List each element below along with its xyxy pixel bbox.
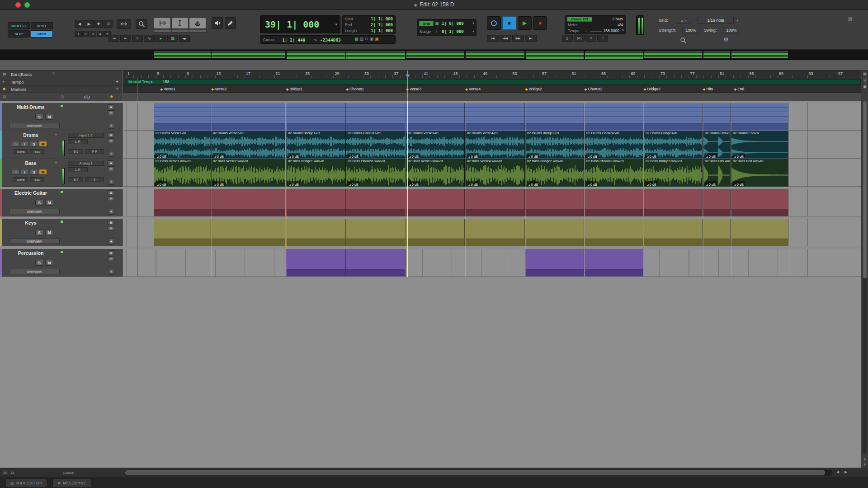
clip-gain-badge[interactable]: ◢0 dB xyxy=(586,153,599,158)
ruler-options-icon[interactable]: ▣ xyxy=(862,84,868,89)
audio-clip-02-bass-chorus2-wav-01[interactable]: 02 Bass Chorus2.wav-01◢0 dB xyxy=(585,159,643,187)
grid-lines-icon[interactable]: ▦ xyxy=(435,21,439,25)
insertion-follows-playback-button[interactable]: ⇤ xyxy=(120,35,131,42)
track-header-electric-guitar[interactable]: Electric GuitarSMoverview▣▤+ xyxy=(0,189,123,216)
nudge-label[interactable]: Nudge xyxy=(420,29,431,34)
headphone-button[interactable]: ∩ xyxy=(597,35,608,42)
output-meter-button[interactable]: // xyxy=(585,35,596,42)
insertion-marker-button[interactable]: ▸ xyxy=(156,35,166,42)
track-name-caret-icon[interactable]: ▾ xyxy=(55,133,57,136)
clip-gain-badge[interactable]: ◢0 dB xyxy=(527,153,539,158)
talkback-button[interactable]: (A) xyxy=(574,35,585,42)
input-monitor-button[interactable]: I xyxy=(21,169,29,175)
track-freeze-button[interactable]: ▣ xyxy=(108,104,114,109)
track-name[interactable]: Bass xyxy=(4,160,58,166)
volume-readout[interactable]: -9.0 xyxy=(68,149,83,154)
markers-ruler-header[interactable]: ◆ Markers + xyxy=(0,85,122,93)
zoom-preset-3[interactable]: 3 xyxy=(90,31,96,37)
tab-to-transient-button[interactable]: ⇥ xyxy=(108,35,119,42)
track-options-button[interactable]: ▤ xyxy=(108,166,114,171)
region-clip[interactable] xyxy=(346,219,406,246)
region-clip[interactable] xyxy=(644,189,703,216)
zoom-toggle-q-button[interactable] xyxy=(680,37,687,46)
solo-button[interactable]: S xyxy=(35,260,43,266)
clip-gain-badge[interactable]: ◢0 dB xyxy=(212,153,225,158)
track-freeze-button[interactable]: ▣ xyxy=(108,132,114,137)
region-clip[interactable] xyxy=(406,219,465,246)
audio-clip-02-drums-hits-01[interactable]: 02 Drums Hits-01◢0 dB xyxy=(703,131,731,159)
tempo-ruler-header[interactable]: ▸ Tempo + xyxy=(0,78,122,85)
audio-clip-02-drums-bridge1-01[interactable]: 02 Drums Bridge1-01◢0 dB xyxy=(286,131,346,159)
expand-icon[interactable]: ▸ xyxy=(3,80,5,84)
tempo-label[interactable]: Tempo xyxy=(568,28,580,33)
track-options-button[interactable]: ▤ xyxy=(108,110,114,115)
zoom-in-button[interactable]: ▶ xyxy=(85,20,94,28)
region-clip[interactable] xyxy=(731,219,788,246)
track-name[interactable]: Multi-Drums xyxy=(4,104,58,110)
region-clip[interactable] xyxy=(286,103,346,131)
track-options-button[interactable]: ▤ xyxy=(108,256,114,261)
grid-resolution-value[interactable]: 1/16 note xyxy=(698,17,734,24)
region-clip[interactable] xyxy=(286,249,346,277)
track-name[interactable]: Electric Guitar xyxy=(4,190,58,196)
track-header-drums[interactable]: Drums▾○ISMwavereadInput 1-2L-R-9.0P P▣▤+ xyxy=(0,131,123,159)
track-options-button[interactable]: ▤ xyxy=(108,196,114,201)
region-clip[interactable] xyxy=(644,219,703,246)
play-button[interactable]: ▶ xyxy=(518,16,532,30)
add-ruler-button[interactable]: + xyxy=(862,78,868,83)
track-view-selector[interactable]: wave xyxy=(14,177,28,182)
smart-tool-bar[interactable] xyxy=(154,30,207,33)
audio-clip-02-bass-bridge3-wav-01[interactable]: 02 Bass Bridge3.wav-01◢0 dB xyxy=(644,159,703,187)
audio-clip-02-drums-chorus2-01[interactable]: 02 Drums Chorus2-01◢0 dB xyxy=(585,131,643,159)
track-header-multi-drums[interactable]: Multi-DrumsSMoverview▣▤+ xyxy=(0,103,123,131)
tempo-ruler[interactable]: Manual Tempo: ♩ 158 xyxy=(123,78,861,85)
automation-mode-selector[interactable]: read xyxy=(30,149,44,154)
region-clip[interactable] xyxy=(465,189,525,216)
clip-gain-badge[interactable]: ◢0 dB xyxy=(704,153,717,158)
grid-value-toggle[interactable]: Grid xyxy=(419,21,434,26)
region-clip[interactable] xyxy=(703,189,731,216)
zoom-preset-2[interactable]: 2 xyxy=(82,31,89,37)
track-freeze-button[interactable]: ▣ xyxy=(108,220,114,225)
online-button[interactable] xyxy=(487,16,501,30)
settings-gear-icon[interactable]: ⚙ xyxy=(723,36,729,43)
region-clip[interactable] xyxy=(703,219,731,246)
clip-gain-badge[interactable]: ◢0 dB xyxy=(527,181,539,186)
volume-readout[interactable]: -8.7 xyxy=(68,177,83,182)
mute-button[interactable]: M xyxy=(45,200,53,206)
track-header-keys[interactable]: KeysSMoverview▣▤+ xyxy=(0,219,123,246)
audio-clip-02-bass-chorus1-wav-01[interactable]: 02 Bass Chorus1.wav-01◢0 dB xyxy=(346,159,406,187)
audio-clip-02-bass-verse3-wav-01[interactable]: 02 Bass Verse3.wav-01◢0 dB xyxy=(406,159,465,187)
audio-clip-02-drums-verse2-01[interactable]: 02 Drums Verse2-01◢0 dB xyxy=(211,131,285,159)
region-clip[interactable] xyxy=(465,219,525,246)
add-lane-button[interactable]: + xyxy=(108,123,114,129)
clip-gain-badge[interactable]: ◢0 dB xyxy=(586,181,599,186)
tab-midi-editor[interactable]: ▤MIDI EDITOR xyxy=(5,479,47,487)
add-marker-button[interactable]: + xyxy=(116,86,118,91)
clip-gain-badge[interactable]: ◢0 dB xyxy=(732,153,745,158)
overview-button[interactable]: overview xyxy=(9,269,60,274)
timeline-marker-bridge2[interactable]: ◆Bridge2 xyxy=(525,87,542,91)
selector-tool-button[interactable] xyxy=(171,17,189,29)
timeline-marker-verse4[interactable]: ◆Verse4 xyxy=(465,87,481,91)
grid-caret-icon[interactable]: ▾ xyxy=(472,21,474,25)
region-clip[interactable] xyxy=(211,219,285,246)
audio-clip-02-drums-verse4-01[interactable]: 02 Drums Verse4-01◢0 dB xyxy=(465,131,525,159)
audio-clip-02-bass-hits-wav-01[interactable]: 02 Bass Hits.wav-01◢0 dB xyxy=(703,159,731,187)
trim-tool-button[interactable] xyxy=(154,17,171,29)
stop-button[interactable]: ■ xyxy=(502,16,516,30)
zoom-out-corner-button[interactable]: ⊞ xyxy=(2,469,8,476)
ruler-updown-icon[interactable]: ⇅ xyxy=(52,72,55,75)
region-clip[interactable] xyxy=(703,103,731,131)
clip-gain-badge[interactable]: ◢0 dB xyxy=(407,153,420,158)
overview-button[interactable]: overview xyxy=(9,209,60,214)
fast-forward-button[interactable]: ▶▶ xyxy=(512,35,524,42)
scroll-right-button[interactable]: ▶ xyxy=(844,470,847,474)
region-clip[interactable] xyxy=(346,189,406,216)
solo-button[interactable]: S xyxy=(30,141,38,147)
swing-value[interactable]: 100% xyxy=(723,27,740,33)
track-options-button[interactable]: ▤ xyxy=(108,226,114,231)
audio-clip-02-drums-end-01[interactable]: 02 Drums End-01◢0 dB xyxy=(731,131,788,159)
region-clip[interactable] xyxy=(644,103,703,131)
clip-gain-badge[interactable]: ◢0 dB xyxy=(645,153,658,158)
